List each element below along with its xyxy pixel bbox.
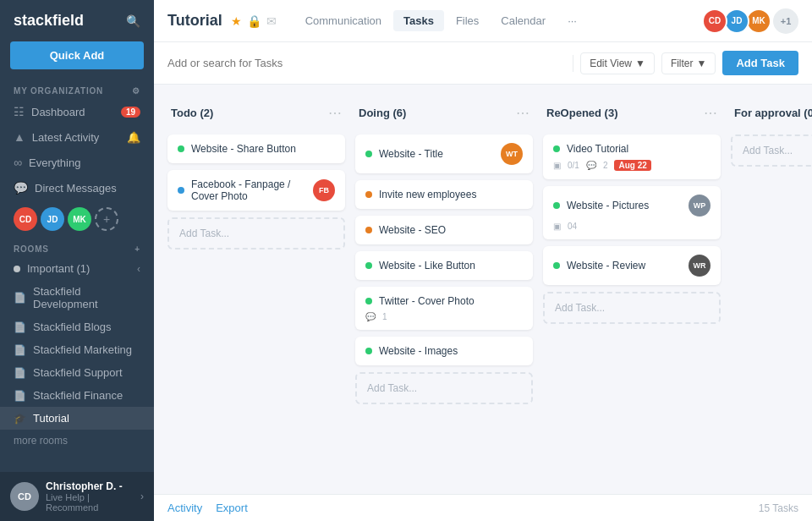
task-card[interactable]: Website - Pictures WP ▣ 04 [543,186,721,239]
topbar-avatar-1[interactable]: JD [724,8,749,34]
quick-add-button[interactable]: Quick Add [10,41,144,69]
task-row: Website - Title WT [365,143,523,165]
task-card[interactable]: Website - SEO [355,216,533,244]
nav-communication[interactable]: Communication [295,10,392,31]
room-icon: 📄 [14,390,26,402]
column-reopened: ReOpened (3) ⋯ Video Tutorial ▣ 0/1 💬 2 … [543,98,721,480]
nav-tasks[interactable]: Tasks [393,10,444,31]
search-input[interactable] [167,57,566,69]
task-title: Video Tutorial [567,143,710,155]
task-status-dot [553,262,560,269]
add-task-inline-button[interactable]: Add Task... [167,217,345,250]
task-status-dot [553,145,560,152]
sidebar-footer: CD Christopher D. - Live Help | Recommen… [0,472,154,521]
room-icon: 📄 [14,344,26,356]
room-item-marketing[interactable]: 📄 Stackfield Marketing [0,338,154,361]
avatar-1[interactable]: JD [41,207,64,231]
column-reopened-header: ReOpened (3) ⋯ [543,98,721,128]
room-item-support[interactable]: 📄 Stackfield Support [0,361,154,384]
room-collapse-icon[interactable]: ‹ [137,263,140,275]
column-menu-icon[interactable]: ⋯ [704,105,717,121]
star-icon[interactable]: ★ [231,14,242,28]
task-card[interactable]: Invite new employees [355,180,533,209]
email-icon[interactable]: ✉ [266,14,277,28]
nav-calendar[interactable]: Calendar [491,10,556,31]
column-approval-header: For approval (0) ⋯ [731,98,812,128]
task-status-dot [365,151,372,157]
add-member-button[interactable]: + [95,207,118,231]
task-title: Website - SEO [379,224,523,236]
task-row: Website - Share Button [178,143,335,155]
rooms-section-header: Rooms + [0,238,154,257]
task-status-dot [365,348,372,354]
task-row: Video Tutorial [553,143,710,155]
user-name: Christopher D. - [46,480,134,492]
task-card[interactable]: Website - Images [355,337,533,365]
add-task-inline-button[interactable]: Add Task... [731,134,812,167]
main-content: Tutorial ★ 🔒 ✉ Communication Tasks Files… [154,0,812,521]
room-item-blogs[interactable]: 📄 Stackfield Blogs [0,315,154,338]
column-doing-header: Doing (6) ⋯ [355,98,533,128]
topbar-avatar-2[interactable]: MK [746,8,771,34]
task-card[interactable]: Website - Title WT [355,134,533,173]
sidebar-item-dashboard[interactable]: ☷ Dashboard 19 [0,99,154,124]
sidebar-item-direct-messages[interactable]: 💬 Direct Messages [0,175,154,200]
add-task-button[interactable]: Add Task [722,51,798,75]
task-row: Twitter - Cover Photo [365,295,523,307]
add-task-inline-button[interactable]: Add Task... [543,292,721,324]
footer-arrow-icon[interactable]: › [140,491,144,502]
checklist-icon: ▣ [553,161,561,170]
chevron-down-icon: ▼ [697,58,707,69]
search-icon[interactable]: 🔍 [126,14,140,28]
org-settings-icon[interactable]: ⚙ [132,86,140,96]
lock-icon[interactable]: 🔒 [247,14,261,28]
topbar-avatar-0[interactable]: CD [702,8,727,34]
task-row: Website - SEO [365,224,523,236]
user-status: Live Help | Recommend [46,492,134,513]
avatar-2[interactable]: MK [68,207,91,231]
nav-files[interactable]: Files [446,10,489,31]
user-avatar[interactable]: CD [10,482,39,511]
edit-view-button[interactable]: Edit View ▼ [580,52,655,74]
topbar-nav: Communication Tasks Files Calendar ··· [295,10,587,31]
avatar-0[interactable]: CD [14,207,37,231]
column-doing: Doing (6) ⋯ Website - Title WT Invite ne… [355,98,533,480]
nav-more[interactable]: ··· [557,10,587,31]
task-assignee-avatar: WR [689,255,710,277]
task-card[interactable]: Website - Like Button [355,251,533,280]
task-status-dot [553,202,560,209]
user-info: Christopher D. - Live Help | Recommend [46,480,134,513]
task-card[interactable]: Video Tutorial ▣ 0/1 💬 2 Aug 22 [543,134,721,179]
task-title: Facebook - Fanpage / Cover Photo [191,178,313,202]
topbar-more-users[interactable]: +1 [773,8,798,34]
activity-icon: ▲ [14,130,25,144]
column-approval-title: For approval (0) [734,107,812,119]
bell-icon[interactable]: 🔔 [127,131,140,144]
column-menu-icon[interactable]: ⋯ [328,105,342,121]
org-section-header: My Organization ⚙ [0,80,154,99]
filter-button[interactable]: Filter ▼ [661,52,716,74]
add-room-icon[interactable]: + [134,244,140,254]
task-card[interactable]: Facebook - Fanpage / Cover Photo FB [167,170,345,211]
sidebar-item-everything[interactable]: ∞ Everything [0,150,154,175]
sidebar-item-activity[interactable]: ▲ Latest Activity 🔔 [0,124,154,150]
column-todo: Todo (2) ⋯ Website - Share Button Facebo… [167,98,345,480]
task-card[interactable]: Website - Share Button [167,134,345,163]
room-item-finance[interactable]: 📄 Stackfield Finance [0,384,154,407]
export-link[interactable]: Export [216,502,248,514]
add-task-inline-button[interactable]: Add Task... [355,372,533,404]
room-item-tutorial[interactable]: 🎓 Tutorial [0,407,154,430]
task-card[interactable]: Website - Review WR [543,246,721,285]
column-todo-header: Todo (2) ⋯ [167,98,345,128]
activity-link[interactable]: Activity [167,502,202,514]
chevron-down-icon: ▼ [635,58,645,69]
task-status-dot [178,187,184,194]
room-item-important[interactable]: Important (1) ‹ [0,257,154,280]
more-rooms-link[interactable]: more rooms [0,430,154,452]
messages-icon: 💬 [14,181,28,195]
column-menu-icon[interactable]: ⋯ [516,105,529,121]
room-item-development[interactable]: 📄 Stackfield Development [0,280,154,315]
task-card[interactable]: Twitter - Cover Photo 💬 1 [355,287,533,330]
room-icon: 📄 [14,292,26,304]
task-row: Invite new employees [365,189,523,200]
